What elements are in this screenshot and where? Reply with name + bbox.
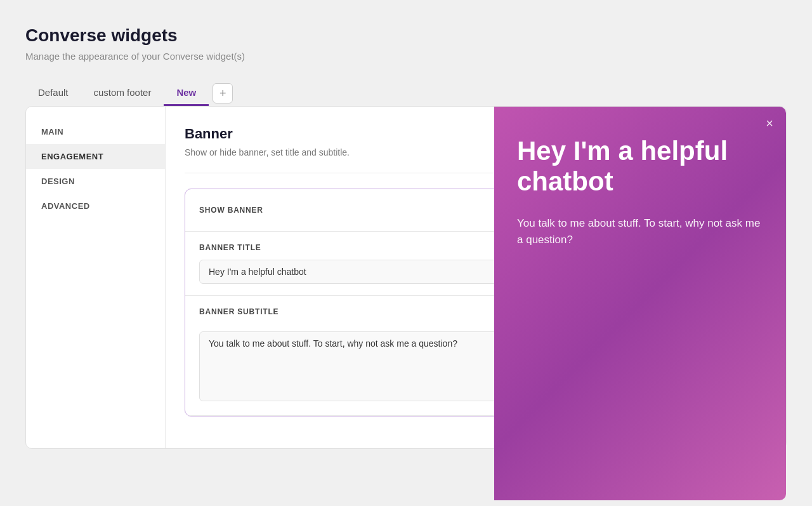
- content-area: MAIN ENGAGEMENT DESIGN ADVANCED ACTIONS …: [25, 106, 787, 449]
- sidebar: MAIN ENGAGEMENT DESIGN ADVANCED: [26, 107, 166, 448]
- sidebar-item-design[interactable]: DESIGN: [26, 169, 165, 194]
- sidebar-item-main[interactable]: MAIN: [26, 119, 165, 144]
- page-subtitle: Manage the appearance of your Converse w…: [25, 51, 787, 62]
- sidebar-item-advanced[interactable]: ADVANCED: [26, 194, 165, 218]
- banner-subtitle-label: BANNER SUBTITLE: [199, 307, 278, 316]
- preview-panel: × Hey I'm a helpful chatbot You talk to …: [494, 107, 786, 500]
- tabs-bar: Default custom footer New +: [25, 81, 787, 106]
- tab-custom-footer[interactable]: custom footer: [81, 81, 164, 106]
- preview-heading: Hey I'm a helpful chatbot: [517, 136, 763, 197]
- tab-default[interactable]: Default: [25, 81, 81, 106]
- add-tab-button[interactable]: +: [213, 83, 233, 103]
- preview-body: You talk to me about stuff. To start, wh…: [517, 215, 763, 249]
- sidebar-item-engagement[interactable]: ENGAGEMENT: [26, 144, 165, 169]
- show-banner-label: SHOW BANNER: [199, 206, 263, 215]
- tab-new[interactable]: New: [164, 81, 209, 106]
- preview-close-button[interactable]: ×: [766, 117, 773, 130]
- page-title: Converse widgets: [25, 25, 787, 46]
